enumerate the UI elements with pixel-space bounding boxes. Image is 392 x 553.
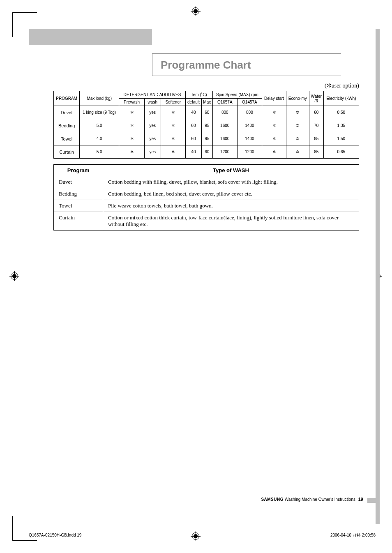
- th-default: default: [185, 99, 201, 106]
- cell-spin-b: 1200: [237, 145, 262, 159]
- cell-delay: ✲: [262, 106, 286, 119]
- cell-spin-a: 1600: [212, 119, 237, 132]
- page-header: Programme Chart: [29, 29, 380, 74]
- cell-maxload: 5.0: [80, 145, 119, 159]
- programme-table: PROGRAM Max load (kg) DETERGENT AND ADDI…: [53, 91, 359, 159]
- cell-elec: 0.50: [323, 106, 359, 119]
- table-row: Towel 4.0 ✲ yes ✲ 60 95 1600 1400 ✲ ✲ 85…: [54, 132, 359, 145]
- asterisk-icon: ✲: [327, 82, 332, 89]
- cell-program: Curtain: [54, 212, 103, 230]
- user-option-note: (✲user option): [53, 82, 359, 89]
- cell-program: Bedding: [54, 119, 80, 132]
- cell-tem-default: 40: [185, 145, 201, 159]
- cell-elec: 1.50: [323, 132, 359, 145]
- cell-softener: ✲: [161, 132, 185, 145]
- cell-prewash: ✲: [119, 106, 145, 119]
- registration-mark-icon: [11, 272, 19, 281]
- cell-delay: ✲: [262, 132, 286, 145]
- th-tem: Tem (˚C): [185, 91, 212, 99]
- cell-prewash: ✲: [119, 119, 145, 132]
- cell-wash: yes: [144, 145, 161, 159]
- th-q1657a: Q1657A: [212, 99, 237, 106]
- cell-softener: ✲: [161, 106, 185, 119]
- th-water: Water(l): [309, 91, 323, 106]
- wash-type-table: Program Type of WASH Duvet Cotton beddin…: [53, 164, 359, 230]
- cell-tem-default: 40: [185, 106, 201, 119]
- print-timestamp: 2006-04-10 ｿﾀﾈﾄ 2:00:58: [330, 533, 376, 537]
- cell-water: 85: [309, 132, 323, 145]
- footer-text: Washing Machine Owner's Instructions: [285, 497, 355, 502]
- cell-eco: ✲: [286, 145, 309, 159]
- cell-softener: ✲: [161, 119, 185, 132]
- cell-wash: yes: [144, 106, 161, 119]
- content-area: (✲user option) PROGRAM Max load (kg) DET…: [29, 82, 380, 230]
- th-prewash: Prewash: [119, 99, 145, 106]
- th-program: Program: [54, 165, 103, 176]
- table-row: Duvet Cotton bedding with filling, duvet…: [54, 176, 359, 188]
- cell-spin-a: 1200: [212, 145, 237, 159]
- cell-type: Pile weave cotton towels, bath towel, ba…: [103, 200, 359, 212]
- th-type: Type of WASH: [103, 165, 359, 176]
- table-row: Duvet 1 king size (9 Tog) ✲ yes ✲ 40 60 …: [54, 106, 359, 119]
- side-color-bar: [376, 29, 380, 524]
- cell-maxload: 4.0: [80, 132, 119, 145]
- cell-maxload: 5.0: [80, 119, 119, 132]
- cell-maxload: 1 king size (9 Tog): [80, 106, 119, 119]
- cell-eco: ✲: [286, 106, 309, 119]
- th-electricity: Electricity (kWh): [323, 91, 359, 106]
- page-title: Programme Chart: [161, 59, 333, 71]
- table-row: Bedding Cotton bedding, bed linen, bed s…: [54, 188, 359, 200]
- cell-softener: ✲: [161, 145, 185, 159]
- cell-water: 85: [309, 145, 323, 159]
- table-row: Towel Pile weave cotton towels, bath tow…: [54, 200, 359, 212]
- th-q1457a: Q1457A: [237, 99, 262, 106]
- th-max: Max: [201, 99, 212, 106]
- header-grey-block: [29, 29, 152, 45]
- cell-type: Cotton or mixed cotton thick curtain, to…: [103, 212, 359, 230]
- cell-tem-max: 95: [201, 132, 212, 145]
- cell-type: Cotton bedding, bed linen, bed sheet, du…: [103, 188, 359, 200]
- th-economy: Econo-my: [286, 91, 309, 106]
- cell-water: 70: [309, 119, 323, 132]
- cell-prewash: ✲: [119, 132, 145, 145]
- cell-program: Bedding: [54, 188, 103, 200]
- cell-wash: yes: [144, 132, 161, 145]
- th-delay: Delay start: [262, 91, 286, 106]
- cell-delay: ✲: [262, 145, 286, 159]
- cell-tem-max: 60: [201, 106, 212, 119]
- cell-program: Towel: [54, 132, 80, 145]
- cell-spin-a: 800: [212, 106, 237, 119]
- cell-program: Duvet: [54, 176, 103, 188]
- th-spin: Spin Speed (MAX) rpm: [212, 91, 262, 99]
- cell-tem-max: 95: [201, 119, 212, 132]
- title-box: Programme Chart: [152, 53, 341, 76]
- cell-tem-max: 60: [201, 145, 212, 159]
- print-file-label: Q1657A-02150H-GB.indd 19: [29, 533, 81, 537]
- page-number: 19: [358, 497, 363, 502]
- cell-prewash: ✲: [119, 145, 145, 159]
- cell-tem-default: 60: [185, 119, 201, 132]
- cell-program: Duvet: [54, 106, 80, 119]
- cell-water: 60: [309, 106, 323, 119]
- th-program: PROGRAM: [54, 91, 80, 106]
- cell-spin-a: 1600: [212, 132, 237, 145]
- cell-spin-b: 1400: [237, 132, 262, 145]
- page-footer: SAMSUNG Washing Machine Owner's Instruct…: [261, 497, 363, 502]
- registration-mark-icon: [192, 7, 200, 16]
- cell-delay: ✲: [262, 119, 286, 132]
- footer-color-bar: [367, 498, 380, 503]
- cell-elec: 0.65: [323, 145, 359, 159]
- th-maxload: Max load (kg): [80, 91, 119, 106]
- th-detergent: DETERGENT AND ADDITIVES: [119, 91, 186, 99]
- cell-spin-b: 1400: [237, 119, 262, 132]
- print-footer: Q1657A-02150H-GB.indd 19 2006-04-10 ｿﾀﾈﾄ…: [29, 533, 376, 537]
- brand-label: SAMSUNG: [261, 497, 284, 502]
- cell-elec: 1.35: [323, 119, 359, 132]
- cell-wash: yes: [144, 119, 161, 132]
- cell-eco: ✲: [286, 132, 309, 145]
- table-row: Bedding 5.0 ✲ yes ✲ 60 95 1600 1400 ✲ ✲ …: [54, 119, 359, 132]
- table-row: Curtain 5.0 ✲ yes ✲ 40 60 1200 1200 ✲ ✲ …: [54, 145, 359, 159]
- cell-type: Cotton bedding with filling, duvet, pill…: [103, 176, 359, 188]
- th-wash: wash: [144, 99, 161, 106]
- cell-program: Towel: [54, 200, 103, 212]
